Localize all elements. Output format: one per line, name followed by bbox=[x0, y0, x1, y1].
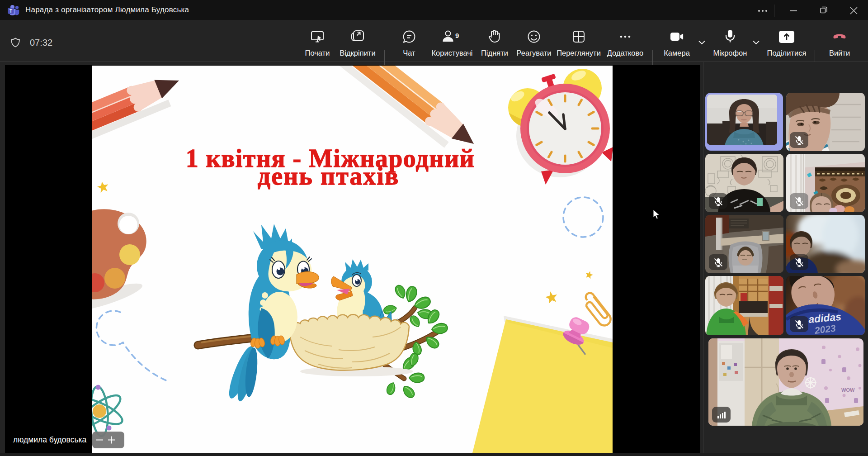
svg-text:T: T bbox=[9, 9, 12, 14]
svg-text:WOW: WOW bbox=[841, 387, 855, 393]
svg-text:2023: 2023 bbox=[814, 323, 836, 335]
svg-text:9: 9 bbox=[455, 32, 459, 39]
